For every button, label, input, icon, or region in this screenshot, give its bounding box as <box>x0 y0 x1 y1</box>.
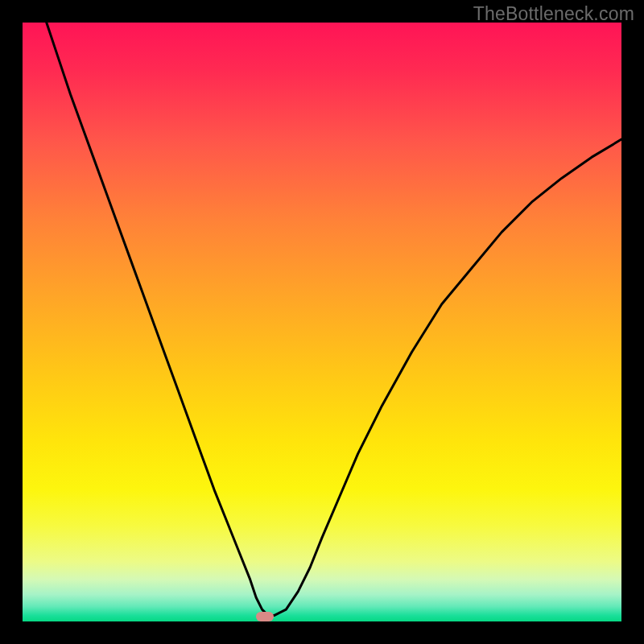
curve-layer <box>23 23 621 621</box>
chart-frame: TheBottleneck.com <box>0 0 644 644</box>
bottleneck-curve <box>47 23 621 616</box>
watermark-text: TheBottleneck.com <box>473 3 634 25</box>
bottleneck-marker <box>256 612 274 621</box>
plot-area <box>23 23 621 621</box>
